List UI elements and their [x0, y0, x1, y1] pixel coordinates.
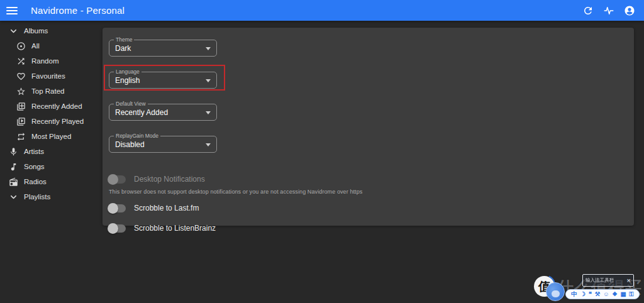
- ime-tooltip: 输入法工具栏 ×: [582, 274, 634, 287]
- sidebar-item-label: All: [31, 42, 40, 50]
- sidebar-item-albums[interactable]: Albums: [0, 23, 103, 38]
- sidebar-item-label: Playlists: [24, 193, 50, 201]
- activity-icon[interactable]: [603, 5, 614, 16]
- ime-toolbar: 中 ☽ ❝ ⚒ ☺ ❖ ▦ ⚿: [565, 289, 640, 299]
- sidebar-item-label: Artists: [24, 148, 44, 155]
- desktop-notifications-row: Desktop Notifications: [109, 172, 634, 186]
- field-value: Recently Added: [115, 108, 168, 117]
- scrobble-lastfm-toggle[interactable]: [109, 204, 126, 212]
- toggle-label: Scrobble to ListenBrainz: [134, 224, 216, 233]
- account-icon[interactable]: [624, 5, 635, 16]
- ime-emoji-icon[interactable]: ☺: [603, 291, 609, 297]
- star-icon: [16, 87, 26, 96]
- settings-panel: Theme Dark Language English Default View…: [103, 28, 634, 226]
- sidebar-item-artists[interactable]: Artists: [0, 144, 103, 159]
- dropdown-arrow-icon: [206, 79, 211, 82]
- toggle-label: Scrobble to Last.fm: [134, 204, 199, 212]
- library-add-icon: [16, 102, 26, 111]
- microphone-icon: [9, 147, 18, 157]
- chevron-down-icon: [9, 26, 18, 36]
- shuffle-icon: [16, 57, 26, 66]
- sidebar-item-label: Recently Added: [31, 102, 82, 110]
- sidebar-item-label: Most Played: [31, 133, 71, 140]
- dropdown-arrow-icon: [206, 111, 211, 114]
- ime-punctuation-icon[interactable]: ❝: [589, 291, 592, 297]
- ime-avatar: [546, 282, 565, 301]
- page-title: Navidrome - Personal: [31, 5, 125, 16]
- music-note-icon: [9, 162, 18, 172]
- dropdown-arrow-icon: [206, 143, 211, 146]
- sidebar-item-label: Top Rated: [31, 87, 64, 95]
- sidebar-item-recently-added[interactable]: Recently Added: [0, 99, 103, 114]
- toggle-label: Desktop Notifications: [134, 175, 205, 184]
- sidebar-item-most-played[interactable]: Most Played: [0, 129, 103, 144]
- sidebar-item-label: Random: [31, 57, 58, 65]
- chevron-down-icon: [9, 192, 18, 202]
- app-bar: Navidrome - Personal: [0, 0, 644, 21]
- repeat-icon: [16, 132, 26, 141]
- scrobble-lastfm-row: Scrobble to Last.fm: [109, 201, 634, 215]
- sidebar-item-label: Favourites: [31, 72, 65, 80]
- desktop-notifications-toggle[interactable]: [109, 175, 126, 184]
- sidebar-item-radios[interactable]: Radios: [0, 174, 103, 189]
- language-select[interactable]: Language English: [109, 72, 217, 89]
- field-label: Language: [114, 69, 142, 75]
- language-field: Language English: [109, 72, 217, 89]
- ime-skin-icon[interactable]: ❖: [612, 291, 618, 297]
- ime-halfwidth-icon[interactable]: ☽: [580, 291, 586, 297]
- menu-icon[interactable]: [6, 7, 18, 14]
- notifications-helper-text: This browser does not support desktop no…: [109, 189, 634, 195]
- radio-icon: [9, 177, 18, 187]
- field-label: Theme: [114, 36, 134, 43]
- sidebar-item-random[interactable]: Random: [0, 53, 103, 69]
- heart-icon: [16, 72, 26, 81]
- replaygain-field: ReplayGain Mode Disabled: [109, 136, 217, 153]
- ime-lock-icon[interactable]: ⚿: [629, 291, 633, 297]
- sidebar-item-label: Albums: [24, 27, 48, 35]
- refresh-icon[interactable]: [582, 5, 594, 16]
- ime-keyboard-icon[interactable]: ▦: [621, 291, 626, 297]
- replaygain-select[interactable]: ReplayGain Mode Disabled: [109, 136, 217, 153]
- sidebar-item-playlists[interactable]: Playlists: [0, 189, 103, 204]
- theme-field: Theme Dark: [109, 40, 217, 57]
- sidebar-item-label: Recently Played: [31, 118, 84, 125]
- dropdown-arrow-icon: [206, 47, 211, 50]
- field-label: ReplayGain Mode: [114, 133, 160, 140]
- sidebar-item-all[interactable]: All: [0, 38, 103, 53]
- ime-tooltip-text: 输入法工具栏: [586, 277, 626, 284]
- sidebar-item-recently-played[interactable]: Recently Played: [0, 114, 103, 129]
- sidebar-item-label: Radios: [24, 178, 47, 185]
- album-icon: [16, 41, 26, 51]
- sidebar-item-songs[interactable]: Songs: [0, 159, 103, 174]
- sidebar: Albums All Random Favourites Top Rated R…: [0, 21, 103, 303]
- appbar-actions: [582, 5, 635, 16]
- field-value: Disabled: [115, 140, 145, 149]
- ime-mode-icon[interactable]: 中: [571, 291, 577, 297]
- sidebar-item-label: Songs: [24, 163, 45, 170]
- sidebar-item-favourites[interactable]: Favourites: [0, 69, 103, 84]
- field-label: Default View: [114, 101, 148, 107]
- scrobble-listenbrainz-toggle[interactable]: [109, 224, 126, 233]
- default-view-select[interactable]: Default View Recently Added: [109, 104, 217, 121]
- ime-tools-icon[interactable]: ⚒: [595, 291, 601, 297]
- library-play-icon: [16, 117, 26, 126]
- default-view-field: Default View Recently Added: [109, 104, 217, 121]
- watermark-overlay: 什么值得买 值 中 ☽ ❝ ⚒ ☺ ❖ ▦ ⚿ 输入法工具栏 ×: [528, 272, 644, 303]
- field-value: English: [115, 76, 140, 85]
- scrobble-listenbrainz-row: Scrobble to ListenBrainz: [109, 221, 634, 235]
- sidebar-item-top-rated[interactable]: Top Rated: [0, 84, 103, 99]
- field-value: Dark: [115, 44, 131, 53]
- close-icon[interactable]: ×: [627, 277, 631, 284]
- theme-select[interactable]: Theme Dark: [109, 40, 217, 57]
